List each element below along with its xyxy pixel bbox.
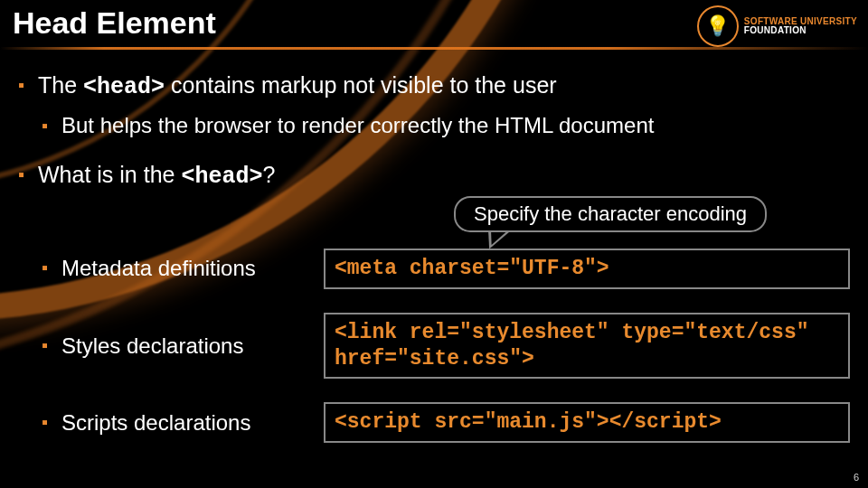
row-label: Scripts declarations xyxy=(42,410,324,436)
bullet-1: The <head> contains markup not visible t… xyxy=(18,72,850,100)
code-head-tag: <head> xyxy=(181,164,262,190)
callout-encoding: Specify the character encoding xyxy=(454,196,767,232)
brand-text: SOFTWARE UNIVERSITY FOUNDATION xyxy=(744,17,857,36)
row-label: Metadata definitions xyxy=(42,256,324,281)
bullet-1-sub: But helps the browser to render correctl… xyxy=(42,113,850,138)
slide: Head Element 💡 SOFTWARE UNIVERSITY FOUND… xyxy=(0,0,868,488)
lightbulb-icon: 💡 xyxy=(697,5,739,47)
code-box-script: <script src="main.js"></script> xyxy=(324,402,850,443)
code-box-link: <link rel="stylesheet" type="text/css" h… xyxy=(324,313,850,380)
definitions-list: Metadata definitions <meta charset="UTF-… xyxy=(42,249,850,466)
slide-title: Head Element xyxy=(13,5,216,41)
bullet-2: What is in the <head>? xyxy=(18,162,850,190)
code-head-tag: <head> xyxy=(83,74,165,100)
content-area: The <head> contains markup not visible t… xyxy=(18,72,850,195)
row-label: Styles declarations xyxy=(42,333,324,359)
list-row-styles: Styles declarations <link rel="styleshee… xyxy=(42,313,850,380)
code-box-meta: <meta charset="UTF-8"> xyxy=(324,249,850,289)
title-underline xyxy=(0,47,868,50)
brand-logo: 💡 SOFTWARE UNIVERSITY FOUNDATION xyxy=(697,5,857,47)
list-row-metadata: Metadata definitions <meta charset="UTF-… xyxy=(42,249,850,289)
page-number: 6 xyxy=(854,472,859,483)
list-row-scripts: Scripts declarations <script src="main.j… xyxy=(42,402,850,443)
